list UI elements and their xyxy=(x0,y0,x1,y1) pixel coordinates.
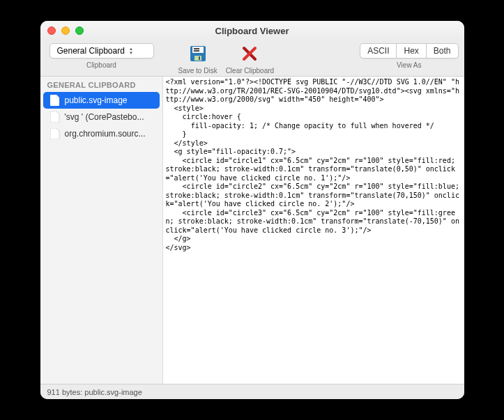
svg-rect-2 xyxy=(194,48,199,49)
window: Clipboard Viewer General Clipboard ▲▼ Cl… xyxy=(40,21,464,399)
window-title: Clipboard Viewer xyxy=(40,26,464,36)
zoom-button[interactable] xyxy=(75,26,84,35)
content-area[interactable]: <?xml version="1.0"?><!DOCTYPE svg PUBLI… xyxy=(163,77,464,384)
svg-rect-3 xyxy=(194,50,199,52)
traffic-lights xyxy=(47,26,84,35)
floppy-disk-icon xyxy=(189,45,207,63)
view-as-group: ASCII Hex Both View As xyxy=(360,43,458,69)
svg-rect-4 xyxy=(194,56,201,61)
document-icon xyxy=(50,128,60,139)
save-label: Save to Disk xyxy=(178,67,217,75)
view-both-button[interactable]: Both xyxy=(427,44,458,58)
sidebar-item[interactable]: 'svg ' (CorePastebo... xyxy=(40,109,162,125)
view-hex-button[interactable]: Hex xyxy=(397,44,426,58)
clipboard-selector-group: General Clipboard ▲▼ Clipboard xyxy=(46,43,158,69)
close-button[interactable] xyxy=(47,26,56,35)
svg-rect-5 xyxy=(199,56,200,60)
view-ascii-button[interactable]: ASCII xyxy=(360,44,397,58)
content-text: <?xml version="1.0"?><!DOCTYPE svg PUBLI… xyxy=(163,77,464,254)
view-as-label: View As xyxy=(397,61,421,69)
save-group: Save to Disk xyxy=(178,43,217,75)
sidebar: GENERAL CLIPBOARD public.svg-image 'svg … xyxy=(40,77,163,384)
main: GENERAL CLIPBOARD public.svg-image 'svg … xyxy=(40,77,464,384)
clear-label: Clear Clipboard xyxy=(226,67,274,75)
titlebar: Clipboard Viewer xyxy=(40,21,464,40)
sidebar-item[interactable]: public.svg-image xyxy=(43,92,160,109)
view-as-segmented: ASCII Hex Both xyxy=(360,43,458,59)
sidebar-item-label: public.svg-image xyxy=(65,95,128,105)
x-icon xyxy=(241,45,258,62)
document-icon xyxy=(50,111,60,123)
document-icon xyxy=(50,95,60,106)
status-text: 911 bytes: public.svg-image xyxy=(47,388,142,396)
sidebar-header: GENERAL CLIPBOARD xyxy=(40,77,162,92)
clear-group: Clear Clipboard xyxy=(226,43,274,75)
clipboard-label: Clipboard xyxy=(86,61,116,69)
clipboard-selector[interactable]: General Clipboard ▲▼ xyxy=(49,43,154,59)
sidebar-item[interactable]: org.chromium.sourc... xyxy=(40,125,162,142)
svg-rect-1 xyxy=(192,47,204,53)
save-button[interactable] xyxy=(188,43,208,64)
chevron-updown-icon: ▲▼ xyxy=(129,47,133,55)
minimize-button[interactable] xyxy=(61,26,70,35)
sidebar-item-label: 'svg ' (CorePastebo... xyxy=(65,112,144,122)
statusbar: 911 bytes: public.svg-image xyxy=(40,384,464,399)
clipboard-selector-value: General Clipboard xyxy=(57,46,125,56)
toolbar: General Clipboard ▲▼ Clipboard Save to xyxy=(40,40,464,77)
clear-button[interactable] xyxy=(239,43,260,64)
sidebar-item-label: org.chromium.sourc... xyxy=(65,129,146,139)
